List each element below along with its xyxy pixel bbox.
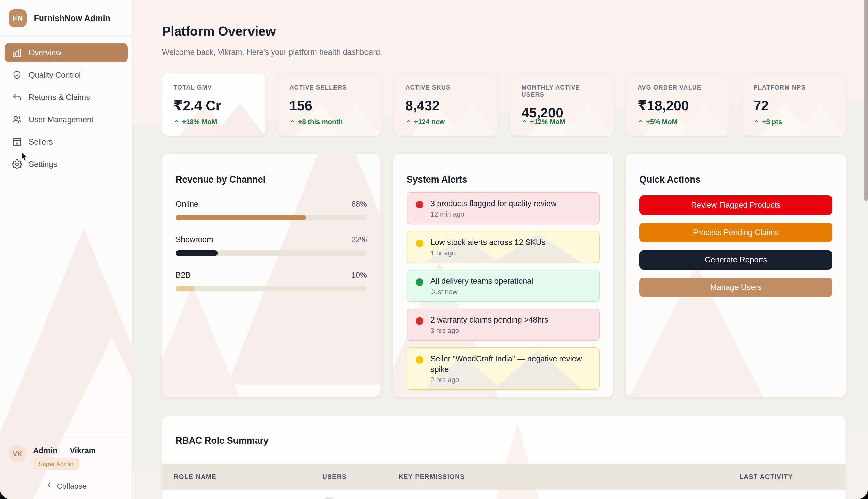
kpi-trend: +18% MoM bbox=[173, 118, 217, 126]
alert-status-dot bbox=[416, 201, 423, 208]
kpi-card-active-sellers: ACTIVE SELLERS 156 +8 this month bbox=[278, 73, 382, 136]
review-flagged-products-button[interactable]: Review Flagged Products bbox=[639, 195, 832, 215]
chevron-up-icon bbox=[521, 118, 527, 126]
kpi-card-platform-nps: PLATFORM NPS 72 +3 pts bbox=[742, 73, 846, 136]
shield-check-icon bbox=[12, 70, 22, 80]
process-pending-claims-button[interactable]: Process Pending Claims bbox=[639, 223, 832, 242]
system-alerts-panel: System Alerts 3 products flagged for qua… bbox=[393, 154, 614, 397]
quick-actions-panel: Quick Actions Review Flagged Products Pr… bbox=[626, 154, 846, 397]
column-header-key-permissions: KEY PERMISSIONS bbox=[399, 473, 739, 480]
kpi-value: ₹18,200 bbox=[638, 98, 718, 113]
page-subtitle: Welcome back, Vikram. Here's your platfo… bbox=[162, 48, 846, 57]
sidebar-item-sellers[interactable]: Sellers bbox=[4, 132, 128, 151]
kpi-label: TOTAL GMV bbox=[173, 84, 254, 91]
app-window: FN FurnishNow Admin Overview Qualit bbox=[0, 0, 868, 499]
sidebar-item-label: Returns & Claims bbox=[29, 93, 90, 102]
alert-item: 3 products flagged for quality review 12… bbox=[407, 192, 600, 224]
alert-time: 2 hrs ago bbox=[430, 376, 591, 384]
kpi-card-active-skus: ACTIVE SKUS 8,432 +124 new bbox=[394, 73, 498, 136]
alert-text: Seller "WoodCraft India" — negative revi… bbox=[430, 353, 591, 375]
chevron-up-icon bbox=[753, 118, 760, 126]
kpi-label: PLATFORM NPS bbox=[753, 84, 834, 91]
panel-title: RBAC Role Summary bbox=[162, 424, 846, 457]
vertical-scrollbar-thumb[interactable] bbox=[864, 0, 868, 201]
progress-track bbox=[176, 250, 367, 256]
kpi-label: AVG ORDER VALUE bbox=[638, 84, 718, 91]
sidebar-item-label: User Management bbox=[29, 115, 93, 124]
progress-track bbox=[176, 286, 367, 291]
kpi-card-total-gmv: TOTAL GMV ₹2.4 Cr +18% MoM bbox=[162, 73, 266, 136]
alert-item: Seller "WoodCraft India" — negative revi… bbox=[407, 348, 600, 390]
alert-status-dot bbox=[416, 356, 423, 364]
panels-row: Revenue by Channel Online 68% Showroom 2… bbox=[162, 154, 846, 397]
column-header-users: USERS bbox=[322, 473, 399, 480]
storefront-icon bbox=[12, 137, 22, 147]
kpi-label: ACTIVE SELLERS bbox=[289, 84, 370, 91]
revenue-row-b2b: B2B 10% bbox=[176, 270, 367, 291]
channel-label: Showroom bbox=[176, 235, 213, 244]
users-icon bbox=[12, 114, 22, 125]
sidebar-item-label: Overview bbox=[29, 48, 61, 57]
alert-status-dot bbox=[416, 278, 423, 286]
kpi-value: 156 bbox=[289, 98, 370, 113]
panel-title: Revenue by Channel bbox=[176, 174, 367, 185]
alert-text: All delivery teams operational bbox=[430, 276, 533, 287]
collapse-button[interactable]: Collapse bbox=[9, 482, 123, 490]
kpi-trend: +3 pts bbox=[753, 118, 782, 126]
avatar: VK bbox=[9, 445, 26, 463]
channel-label: B2B bbox=[176, 270, 191, 280]
sidebar-item-user-management[interactable]: User Management bbox=[4, 110, 128, 129]
column-header-role-name: ROLE NAME bbox=[174, 473, 322, 480]
progress-fill bbox=[176, 250, 218, 256]
alert-text: 3 products flagged for quality review bbox=[430, 198, 556, 209]
chevron-up-icon bbox=[638, 118, 644, 126]
panel-title: Quick Actions bbox=[639, 174, 832, 185]
kpi-card-monthly-active-users: MONTHLY ACTIVE USERS 45,200 +12% MoM bbox=[510, 73, 614, 136]
kpi-trend: +5% MoM bbox=[638, 118, 678, 126]
channel-label: Online bbox=[176, 199, 199, 209]
sidebar-item-label: Sellers bbox=[29, 137, 53, 147]
manage-users-button[interactable]: Manage Users bbox=[639, 278, 832, 297]
revenue-row-showroom: Showroom 22% bbox=[176, 235, 367, 256]
revenue-row-online: Online 68% bbox=[176, 199, 367, 220]
chevron-up-icon bbox=[405, 118, 412, 126]
sidebar-brand: FN FurnishNow Admin bbox=[0, 0, 132, 36]
kpi-trend: +12% MoM bbox=[521, 118, 565, 126]
kpi-trend: +8 this month bbox=[289, 118, 343, 126]
sidebar-item-quality-control[interactable]: Quality Control bbox=[4, 65, 128, 85]
alert-item: Low stock alerts across 12 SKUs 1 hr ago bbox=[407, 231, 600, 263]
revenue-by-channel-panel: Revenue by Channel Online 68% Showroom 2… bbox=[162, 154, 381, 397]
column-header-last-activity: LAST ACTIVITY bbox=[739, 473, 846, 480]
generate-reports-button[interactable]: Generate Reports bbox=[639, 250, 832, 269]
sidebar-item-overview[interactable]: Overview bbox=[4, 43, 128, 62]
table-header-row: ROLE NAME USERS KEY PERMISSIONS LAST ACT… bbox=[162, 464, 846, 489]
kpi-label: MONTHLY ACTIVE USERS bbox=[521, 84, 602, 98]
brand-name: FurnishNow Admin bbox=[34, 13, 110, 23]
panel-title: System Alerts bbox=[407, 174, 600, 185]
progress-track bbox=[176, 215, 367, 220]
channel-percent: 22% bbox=[351, 235, 367, 244]
sidebar-item-returns-claims[interactable]: Returns & Claims bbox=[4, 88, 128, 107]
kpi-trend: +124 new bbox=[405, 118, 445, 126]
sidebar-footer: VK Admin — Vikram Super Admin Collapse bbox=[0, 438, 132, 499]
kpi-label: ACTIVE SKUS bbox=[405, 84, 486, 91]
user-name: Admin — Vikram bbox=[33, 445, 96, 455]
channel-percent: 68% bbox=[351, 199, 367, 209]
kpi-value: 72 bbox=[753, 98, 834, 113]
undo-arrow-icon bbox=[12, 92, 22, 102]
alert-text: Low stock alerts across 12 SKUs bbox=[430, 237, 545, 248]
alert-item: All delivery teams operational Just now bbox=[407, 270, 600, 302]
sidebar: FN FurnishNow Admin Overview Qualit bbox=[0, 0, 132, 499]
chevron-up-icon bbox=[289, 118, 295, 126]
main-content: Platform Overview Welcome back, Vikram. … bbox=[133, 0, 868, 499]
mouse-cursor bbox=[20, 151, 29, 163]
table-row: Super Admin 2 Full platform access, syst… bbox=[162, 489, 846, 499]
alert-time: 12 min ago bbox=[430, 210, 556, 218]
page-title: Platform Overview bbox=[162, 24, 846, 39]
alert-text: 2 warranty claims pending >48hrs bbox=[430, 315, 548, 325]
alert-item: 2 warranty claims pending >48hrs 3 hrs a… bbox=[407, 308, 600, 341]
sidebar-nav: Overview Quality Control Returns & Claim… bbox=[0, 37, 132, 184]
alert-status-dot bbox=[416, 240, 423, 247]
rbac-role-summary-panel: RBAC Role Summary ROLE NAME USERS KEY PE… bbox=[162, 416, 846, 499]
chevron-left-icon bbox=[46, 482, 53, 490]
